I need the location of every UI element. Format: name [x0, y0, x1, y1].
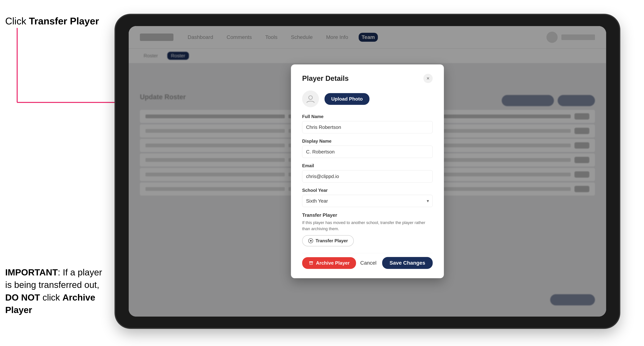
transfer-section-description: If this player has moved to another scho… — [302, 219, 433, 232]
modal-overlay: Player Details × Upload Photo Full N — [129, 26, 606, 317]
transfer-icon — [308, 238, 313, 243]
school-year-label: School Year — [302, 188, 433, 193]
instruction-top: Click Transfer Player — [5, 15, 99, 27]
instruction-bold: Transfer Player — [29, 16, 99, 26]
transfer-player-button[interactable]: Transfer Player — [302, 235, 354, 246]
player-details-modal: Player Details × Upload Photo Full N — [291, 64, 444, 278]
footer-left: Archive Player — [302, 257, 356, 269]
avatar-placeholder — [302, 91, 319, 107]
email-label: Email — [302, 163, 433, 168]
archive-button-label: Archive Player — [316, 260, 350, 266]
modal-title: Player Details — [302, 74, 348, 82]
instruction-bottom: IMPORTANT: If a player is being transfer… — [5, 266, 110, 316]
display-name-label: Display Name — [302, 139, 433, 144]
transfer-button-label: Transfer Player — [316, 238, 348, 243]
tablet-frame: Dashboard Comments Tools Schedule More I… — [116, 15, 619, 328]
display-name-input[interactable] — [302, 146, 433, 158]
archive-icon — [308, 260, 314, 266]
full-name-label: Full Name — [302, 114, 433, 119]
modal-close-button[interactable]: × — [423, 74, 433, 83]
instruction-prefix: Click — [5, 16, 29, 26]
transfer-player-section: Transfer Player If this player has moved… — [302, 212, 433, 246]
upload-photo-button[interactable]: Upload Photo — [324, 93, 370, 105]
display-name-group: Display Name — [302, 139, 433, 158]
instruction-body2: click — [40, 293, 62, 302]
tablet-screen: Dashboard Comments Tools Schedule More I… — [129, 26, 606, 317]
full-name-group: Full Name — [302, 114, 433, 133]
arrow-graphic — [8, 28, 120, 108]
footer-right: Cancel Save Changes — [360, 257, 433, 269]
do-not-label: DO NOT — [5, 293, 40, 302]
important-label: IMPORTANT — [5, 267, 58, 277]
full-name-input[interactable] — [302, 121, 433, 133]
save-changes-button[interactable]: Save Changes — [382, 257, 433, 269]
archive-player-button[interactable]: Archive Player — [302, 257, 356, 269]
modal-footer: Archive Player Cancel Save Changes — [302, 253, 433, 269]
school-year-group: School Year First Year Second Year Third… — [302, 188, 433, 207]
school-year-select[interactable]: First Year Second Year Third Year Fourth… — [302, 195, 433, 207]
school-year-select-wrapper: First Year Second Year Third Year Fourth… — [302, 195, 433, 207]
email-input[interactable] — [302, 170, 433, 182]
svg-point-3 — [309, 96, 312, 99]
cancel-button[interactable]: Cancel — [360, 260, 376, 266]
user-silhouette-icon — [306, 94, 315, 104]
photo-upload-row: Upload Photo — [302, 91, 433, 107]
modal-header: Player Details × — [302, 74, 433, 83]
email-group: Email — [302, 163, 433, 182]
transfer-section-title: Transfer Player — [302, 212, 433, 218]
